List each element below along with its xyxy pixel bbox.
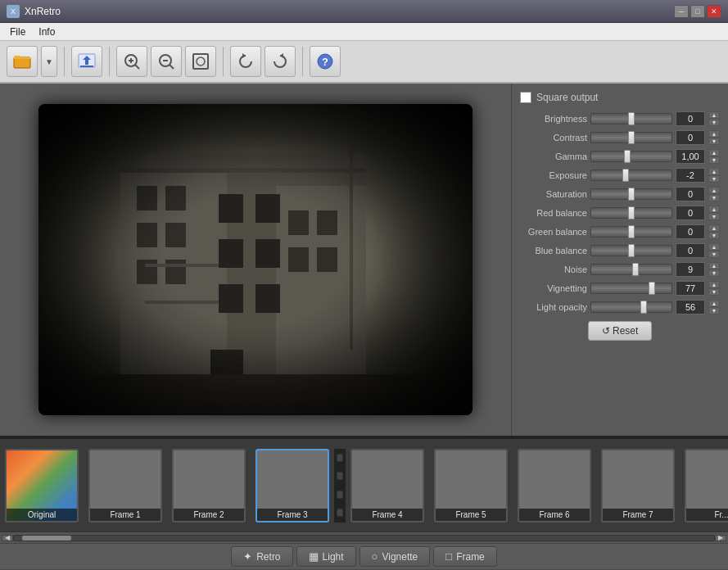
slider-thumb-3[interactable] [622, 169, 629, 182]
slider-track-0[interactable] [590, 113, 672, 124]
film-thumb[interactable]: Frame 2 [172, 449, 246, 522]
film-thumb[interactable]: Frame 1 [88, 449, 162, 522]
spinner-down-7[interactable]: ▼ [708, 251, 720, 258]
help-button[interactable]: ? [310, 46, 341, 77]
rotate-cw-button[interactable] [265, 46, 296, 77]
toolbar-sep-1 [64, 47, 65, 76]
spinner-up-2[interactable]: ▲ [708, 149, 720, 156]
menu-file[interactable]: File [3, 25, 32, 39]
slider-track-7[interactable] [590, 245, 672, 256]
spinner-down-3[interactable]: ▼ [708, 175, 720, 183]
tab-label-frame: Frame [456, 551, 485, 563]
tab-light[interactable]: ▦Light [296, 546, 356, 567]
slider-track-8[interactable] [590, 264, 672, 275]
slider-track-3[interactable] [590, 170, 672, 181]
zoom-in-button[interactable] [116, 46, 147, 77]
rotate-ccw-button[interactable] [230, 46, 261, 77]
slider-label-10: Light opacity [520, 302, 587, 312]
spinner-up-4[interactable]: ▲ [708, 187, 720, 194]
slider-track-5[interactable] [590, 207, 672, 219]
film-thumb[interactable]: Original [5, 449, 79, 522]
slider-thumb-4[interactable] [628, 188, 635, 201]
scroll-track[interactable] [13, 535, 715, 541]
film-thumb[interactable]: Fr... [685, 449, 728, 522]
slider-spinner-8: ▲▼ [708, 262, 720, 277]
spinner-up-10[interactable]: ▲ [708, 300, 720, 307]
film-thumb[interactable]: Frame 4 [350, 449, 424, 522]
svg-rect-35 [317, 247, 337, 272]
slider-thumb-7[interactable] [628, 244, 635, 257]
slider-thumb-2[interactable] [624, 150, 631, 163]
slider-thumb-10[interactable] [640, 301, 647, 314]
film-thumb[interactable]: Frame 3 [255, 449, 329, 522]
slider-thumb-6[interactable] [628, 225, 635, 238]
spinner-up-0[interactable]: ▲ [708, 111, 720, 119]
menu-info[interactable]: Info [32, 25, 61, 39]
spinner-up-7[interactable]: ▲ [708, 243, 720, 251]
film-thumb[interactable]: Frame 5 [434, 449, 508, 522]
slider-thumb-5[interactable] [628, 206, 635, 219]
spinner-up-9[interactable]: ▲ [708, 281, 720, 288]
maximize-button[interactable]: □ [690, 5, 705, 18]
slider-track-10[interactable] [590, 301, 672, 313]
slider-thumb-0[interactable] [628, 112, 635, 125]
slider-row-saturation: Saturation0▲▼ [520, 187, 720, 201]
spinner-down-6[interactable]: ▼ [708, 232, 720, 239]
reset-button[interactable]: ↺ Reset [588, 321, 653, 341]
slider-spinner-3: ▲▼ [708, 168, 720, 183]
film-thumb[interactable]: Frame 7 [601, 449, 675, 522]
scroll-left-button[interactable]: ◀ [2, 535, 13, 541]
spinner-down-0[interactable]: ▼ [708, 119, 720, 126]
spinner-down-10[interactable]: ▼ [708, 307, 720, 314]
slider-label-9: Vignetting [520, 283, 587, 293]
tab-vignette[interactable]: ○Vignette [359, 546, 431, 567]
minimize-button[interactable]: ─ [674, 5, 689, 18]
spinner-up-8[interactable]: ▲ [708, 262, 720, 269]
slider-track-6[interactable] [590, 226, 672, 238]
app-title: XnRetro [25, 6, 674, 17]
spinner-down-9[interactable]: ▼ [708, 288, 720, 296]
spinner-down-1[interactable]: ▼ [708, 138, 720, 145]
svg-marker-11 [242, 53, 246, 58]
film-thumb-label: Frame 5 [436, 509, 506, 521]
svg-rect-9 [193, 54, 208, 69]
slider-track-4[interactable] [590, 188, 672, 200]
horizontal-scrollbar[interactable]: ◀ ▶ [0, 532, 728, 543]
spinner-up-1[interactable]: ▲ [708, 130, 720, 138]
scroll-thumb[interactable] [22, 536, 71, 541]
svg-rect-42 [337, 170, 365, 172]
scroll-right-button[interactable]: ▶ [715, 535, 726, 541]
spinner-down-2[interactable]: ▼ [708, 156, 720, 164]
open-folder-button[interactable] [7, 46, 38, 77]
tab-frame[interactable]: □Frame [433, 546, 497, 567]
spinner-up-5[interactable]: ▲ [708, 206, 720, 213]
spinner-down-5[interactable]: ▼ [708, 213, 720, 220]
zoom-out-button[interactable] [151, 46, 182, 77]
slider-thumb-9[interactable] [649, 282, 655, 295]
slider-value-1: 0 [676, 130, 705, 145]
slider-thumb-8[interactable] [632, 263, 639, 276]
slider-value-2: 1,00 [676, 149, 705, 164]
close-button[interactable]: ✕ [707, 5, 721, 18]
toolbar: ▼ ? [0, 41, 728, 84]
film-thumb[interactable]: Frame 6 [518, 449, 591, 522]
slider-row-exposure: Exposure-2▲▼ [520, 168, 720, 183]
filmstrip-scroll[interactable]: OriginalFrame 1Frame 2Frame 3Frame 4Fram… [0, 445, 728, 527]
spinner-down-4[interactable]: ▼ [708, 194, 720, 201]
square-output-checkbox[interactable] [520, 92, 531, 103]
spinner-up-6[interactable]: ▲ [708, 224, 720, 232]
export-button[interactable] [71, 46, 102, 77]
slider-row-contrast: Contrast0▲▼ [520, 130, 720, 145]
slider-track-1[interactable] [590, 132, 672, 143]
slider-track-9[interactable] [590, 283, 672, 294]
tab-retro[interactable]: ✦Retro [231, 546, 292, 567]
tab-bar: ✦Retro▦Light○Vignette□Frame [0, 543, 728, 569]
spinner-up-3[interactable]: ▲ [708, 168, 720, 175]
open-dropdown-button[interactable]: ▼ [41, 46, 57, 77]
slider-thumb-1[interactable] [628, 131, 635, 144]
slider-track-2[interactable] [590, 151, 672, 162]
spinner-down-8[interactable]: ▼ [708, 269, 720, 277]
zoom-fit-button[interactable] [185, 46, 216, 77]
square-output-row: Square output [520, 92, 720, 103]
title-bar: X XnRetro ─ □ ✕ [0, 0, 728, 23]
